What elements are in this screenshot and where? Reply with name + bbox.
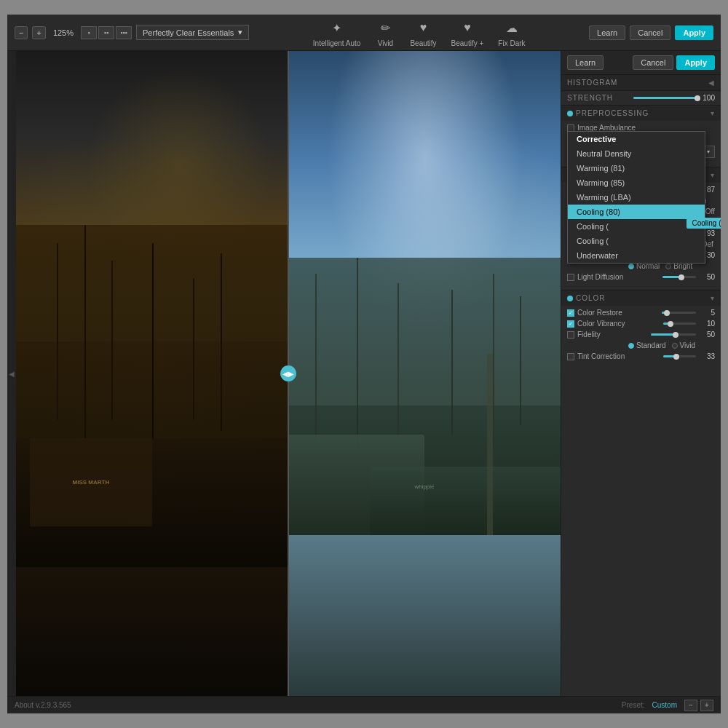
preset-intelligent-auto[interactable]: ✦ Intelligent Auto [313,17,361,47]
status-plus-button[interactable]: + [700,700,713,711]
bright-radio[interactable] [665,264,671,269]
warming-81-label: Warming (81) [577,164,625,173]
fidelity-value: 50 [699,331,715,339]
zoom-out-button[interactable]: − [15,26,28,39]
water-left [16,567,288,696]
apply-button[interactable]: Apply [675,25,713,40]
light-diffusion-slider[interactable] [662,276,696,278]
color-restore-slider[interactable] [662,312,696,314]
version-label: About v.2.9.3.565 [15,701,71,709]
vivid-radio-item[interactable]: Vivid [672,341,696,349]
dropdown-item-underwater[interactable]: Underwater [568,248,705,263]
light-diffusion-row: Light Diffusion 50 [567,273,715,281]
preprocessing-header[interactable]: PREPROCESSING ▾ [561,106,721,121]
face-off-label: Off [705,207,715,215]
outer-wrapper: − + 125% ▪ ▪▪ ▪▪▪ Perfectly Clear Essent… [0,0,728,728]
dropdown-item-cooling-82b[interactable]: Cooling ( [568,234,705,248]
image-ambulance-checkbox[interactable] [567,124,574,132]
tint-correction-checkbox[interactable] [567,353,574,360]
dropdown-item-warming-lba[interactable]: Warming (LBA) [568,190,705,205]
preset-beautify[interactable]: ♥ Beautify [410,17,436,47]
standard-radio[interactable] [628,343,634,349]
color-restore-text: Color Restore [577,309,622,317]
tint-correction-slider[interactable] [663,355,696,357]
color-header[interactable]: COLOR ▾ [561,290,721,306]
fidelity-label[interactable]: Fidelity [567,331,601,339]
tint-correction-row: Tint Correction 33 [567,352,715,360]
filter-dropdown-arrow: ▾ [707,149,710,155]
panel-apply-button[interactable]: Apply [676,55,715,70]
dropdown-item-corrective[interactable]: Corrective [568,132,705,146]
view-buttons: ▪ ▪▪ ▪▪▪ [81,26,132,39]
dropdown-item-warming-85[interactable]: Warming (85) [568,175,705,190]
color-dot [567,296,573,301]
tint-correction-value: 33 [699,352,715,360]
left-collapse-arrow[interactable]: ◀ [7,51,16,696]
learn-button[interactable]: Learn [589,25,625,40]
vivid-label: Vivid [378,39,394,47]
fidelity-checkbox[interactable] [567,331,574,339]
view-grid-button[interactable]: ▪▪▪ [116,26,132,39]
warming-lba-label: Warming (LBA) [577,193,631,202]
color-restore-row: Color Restore 5 [567,309,715,317]
dropdown-item-warming-81[interactable]: Warming (81) [568,161,705,175]
fix-dark-icon: ☁ [502,17,522,38]
vivid-icon: ✏ [375,17,395,38]
view-single-button[interactable]: ▪ [81,26,97,39]
toolbar-left: − + 125% ▪ ▪▪ ▪▪▪ Perfectly Clear Essent… [15,25,249,40]
color-vibrancy-label[interactable]: Color Vibrancy [567,320,625,328]
split-handle[interactable]: ◀▶ [280,365,296,381]
neutral-density-label: Neutral Density [577,149,631,158]
histogram-header[interactable]: HISTOGRAM ◀ [561,75,721,90]
light-diffusion-checkbox[interactable] [567,274,574,281]
image-right: whippie [288,51,561,696]
warming-85-label: Warming (85) [577,178,625,187]
zoom-level: 125% [53,28,74,37]
light-diffusion-label[interactable]: Light Diffusion [567,273,623,281]
strength-slider[interactable] [633,97,700,99]
panel-header-buttons: Learn Cancel Apply [561,51,721,74]
strength-row: STRENGTH 100 Corrective Neut [561,91,721,105]
toolbar: − + 125% ▪ ▪▪ ▪▪▪ Perfectly Clear Essent… [7,15,721,51]
preset-label: Preset: [622,701,645,709]
beautify-icon: ♥ [413,17,433,38]
dropdown-item-neutral-density[interactable]: Neutral Density [568,146,705,161]
panel-learn-button[interactable]: Learn [567,55,604,70]
preprocessing-collapse-icon: ▾ [711,109,715,117]
color-restore-checkbox[interactable] [567,309,574,317]
preset-selector[interactable]: Perfectly Clear Essentials ▾ [136,25,249,40]
cancel-button[interactable]: Cancel [630,25,670,40]
preset-selector-arrow: ▾ [238,28,242,37]
color-label: COLOR [576,294,606,302]
vivid-radio-label: Vivid [680,341,696,349]
fidelity-slider[interactable] [651,333,696,336]
color-restore-label[interactable]: Color Restore [567,309,622,317]
preset-beautify-plus[interactable]: ♥ Beautify + [451,17,484,47]
light-diffusion-value: 50 [699,273,715,281]
preset-selector-label: Perfectly Clear Essentials [143,28,234,37]
fidelity-text: Fidelity [577,331,601,339]
tint-correction-label[interactable]: Tint Correction [567,352,625,360]
tint-correction-text: Tint Correction [577,352,625,360]
app-container: − + 125% ▪ ▪▪ ▪▪▪ Perfectly Clear Essent… [7,15,721,713]
histogram-collapse-icon: ◀ [708,79,715,87]
preset-fix-dark[interactable]: ☁ Fix Dark [498,17,525,47]
normal-radio[interactable] [628,264,634,269]
status-minus-button[interactable]: − [684,700,697,711]
color-vibrancy-slider[interactable] [663,323,696,325]
color-content: Color Restore 5 [561,306,721,369]
standard-radio-item[interactable]: Standard [628,341,666,349]
view-split-button[interactable]: ▪▪ [98,26,114,39]
histogram-label: HISTOGRAM [567,79,617,87]
dropdown-item-cooling-80[interactable]: Cooling (80) [568,205,705,219]
color-vibrancy-text: Color Vibrancy [577,320,625,328]
color-vibrancy-checkbox[interactable] [567,320,574,328]
status-buttons: − + [684,700,713,711]
water-right [288,535,561,697]
preprocessing-label: PREPROCESSING [576,109,649,117]
preset-vivid[interactable]: ✏ Vivid [375,17,395,47]
zoom-in-button[interactable]: + [32,26,45,39]
vivid-radio[interactable] [672,343,678,349]
dropdown-item-cooling-82[interactable]: Cooling ( Cooling (80) [568,219,705,234]
panel-cancel-button[interactable]: Cancel [633,55,673,70]
